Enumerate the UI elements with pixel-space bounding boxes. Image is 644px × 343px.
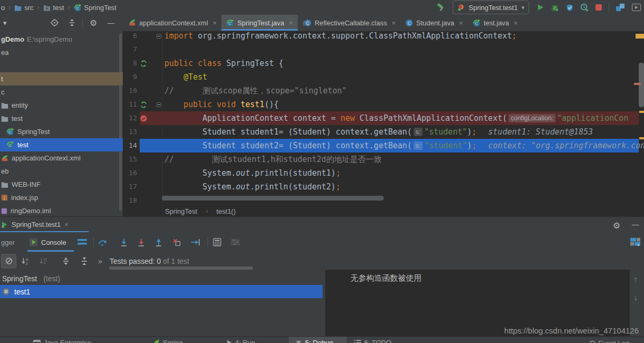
code-line[interactable]: // 测试scope属性，scope="singleton" xyxy=(164,84,347,98)
tree-item[interactable]: eb xyxy=(0,165,123,178)
code-line[interactable]: ApplicationContext context = new ClassPa… xyxy=(164,111,628,125)
coverage-button[interactable] xyxy=(566,4,573,12)
run-gutter-icon[interactable] xyxy=(140,101,147,108)
editor-vscrollbar[interactable] xyxy=(639,63,644,107)
test-tree-item[interactable]: test1 xyxy=(0,285,323,298)
tree-item[interactable]: applicationContext.xml xyxy=(0,151,123,165)
close-icon[interactable]: × xyxy=(392,19,396,27)
code-token: // 测试student1,h和student2d的地址是否一致 xyxy=(164,155,382,165)
close-icon[interactable]: × xyxy=(64,221,69,228)
editor-tab[interactable]: CStudent.java× xyxy=(401,15,468,31)
collapse-all-icon[interactable] xyxy=(69,19,75,26)
stripe-mark-yellow[interactable] xyxy=(636,34,644,39)
tab-debugger[interactable]: gger xyxy=(1,239,15,246)
tree-item[interactable]: test xyxy=(0,112,123,125)
editor-tab[interactable]: (CReflectiveCallable.class× xyxy=(298,15,401,31)
editor-tab[interactable]: Ctest.java× xyxy=(468,15,523,31)
stripe-mark-red[interactable] xyxy=(634,83,641,85)
code-editor[interactable]: SpringTest › test1() 6import org.springf… xyxy=(123,31,644,216)
editor-tab[interactable]: CSpringTest.java× xyxy=(221,15,297,31)
tree-item[interactable]: Ctest xyxy=(0,138,123,151)
arrow-down-icon[interactable]: ↓ xyxy=(633,293,638,302)
tree-item[interactable]: ea xyxy=(0,46,123,59)
ignore-disabled-icon[interactable] xyxy=(1,254,16,268)
test-tree-hscrollbar[interactable] xyxy=(109,266,253,270)
breadcrumb-item[interactable]: o xyxy=(1,4,5,12)
debug-button[interactable] xyxy=(551,4,559,12)
close-icon[interactable]: × xyxy=(459,19,463,27)
step-over-icon[interactable] xyxy=(98,239,108,246)
chevrons-icon[interactable]: » xyxy=(98,257,102,265)
close-icon[interactable]: × xyxy=(514,19,518,27)
expand-all-icon[interactable] xyxy=(62,257,70,265)
breadcrumb-method[interactable]: test1() xyxy=(216,207,236,215)
locate-target-icon[interactable] xyxy=(51,19,58,27)
collapse-all-icon[interactable] xyxy=(81,257,88,265)
breadcrumb-item[interactable]: test xyxy=(43,4,64,12)
close-icon[interactable]: × xyxy=(289,19,293,27)
step-into-icon[interactable] xyxy=(120,238,128,246)
test-tree-item[interactable]: SpringTest(test) xyxy=(0,272,323,285)
gear-icon[interactable]: ⚙ xyxy=(90,18,97,28)
tree-item[interactable]: t xyxy=(0,72,123,85)
settings-sliders-icon[interactable] xyxy=(231,239,240,246)
restore-layout-icon[interactable] xyxy=(630,238,640,247)
statusbar-item[interactable]: 4: Run xyxy=(227,339,255,343)
fold-marker-icon[interactable] xyxy=(157,34,161,39)
breadcrumb-item[interactable]: src xyxy=(14,4,33,12)
run-config-selector[interactable]: SpringTest.test1 ▾ xyxy=(453,1,529,14)
tab-console[interactable]: Console xyxy=(30,239,66,246)
step-out-icon[interactable] xyxy=(155,238,162,246)
breadcrumb-class[interactable]: SpringTest xyxy=(165,207,197,215)
tree-item[interactable]: c xyxy=(0,85,123,99)
chevron-down-icon[interactable]: ▾ xyxy=(3,19,7,27)
close-icon[interactable]: × xyxy=(213,19,217,27)
run-button[interactable] xyxy=(537,4,544,11)
gear-icon[interactable]: ⚙ xyxy=(613,221,620,231)
tree-item[interactable]: gDemoE:\springDemo xyxy=(0,33,123,46)
code-line[interactable]: public void test1(){ xyxy=(164,98,279,111)
tree-item[interactable]: entity xyxy=(0,99,123,112)
tree-item[interactable] xyxy=(0,59,123,72)
sort-alphabetically-icon[interactable]: az xyxy=(21,257,30,265)
code-line[interactable]: Student student2= (Student) context.getB… xyxy=(164,139,644,153)
drop-frame-icon[interactable] xyxy=(173,239,181,246)
evaluate-expression-icon[interactable] xyxy=(213,238,221,246)
editor-hscrollbar[interactable] xyxy=(162,196,384,201)
statusbar-item[interactable]: Java Enterprise xyxy=(33,339,91,343)
hide-panel-icon[interactable]: — xyxy=(108,19,114,27)
profiler-button[interactable] xyxy=(580,3,589,12)
layout-menu-icon[interactable] xyxy=(77,239,87,245)
breakpoint-icon[interactable] xyxy=(140,115,147,122)
code-line[interactable]: System.out.println(student1); xyxy=(164,166,340,180)
build-hammer-icon[interactable] xyxy=(437,3,446,12)
code-line[interactable]: import org.springframework.context.suppo… xyxy=(164,31,516,43)
code-line[interactable]: Student student1= (Student) context.getB… xyxy=(164,125,593,139)
code-line[interactable]: // 测试student1,h和student2d的地址是否一致 xyxy=(164,153,382,166)
tree-item[interactable]: ringDemo.iml xyxy=(0,204,123,216)
editor-tab[interactable]: applicationContext.xml× xyxy=(124,15,221,31)
run-to-cursor-icon[interactable] xyxy=(191,239,200,246)
stripe-mark-yellow[interactable] xyxy=(639,111,644,113)
statusbar-item[interactable]: 6: TODO xyxy=(354,339,392,343)
debug-tab-springtest-test1[interactable]: SpringTest.test1 × xyxy=(1,217,69,232)
tree-item[interactable]: WEB-INF xyxy=(0,178,123,191)
preview-window-icon[interactable] xyxy=(632,4,641,11)
hide-panel-icon[interactable]: — xyxy=(632,221,639,228)
run-gutter-icon[interactable] xyxy=(140,60,147,67)
breadcrumb-item[interactable]: CSpringTest xyxy=(74,4,116,12)
tree-item[interactable]: CSpringTest xyxy=(0,125,123,138)
code-line[interactable]: public class SpringTest { xyxy=(164,56,284,70)
fold-marker-icon[interactable] xyxy=(157,102,161,107)
event-log-button[interactable]: Event Log xyxy=(589,339,629,343)
sort-by-duration-icon[interactable] xyxy=(39,257,47,265)
project-structure-icon[interactable] xyxy=(616,4,625,12)
code-line[interactable]: System.out.println(student2); xyxy=(164,180,340,194)
arrow-up-icon[interactable]: ↑ xyxy=(633,275,638,284)
stop-button[interactable] xyxy=(596,4,602,11)
tree-item[interactable]: jindex.jsp xyxy=(0,191,123,204)
statusbar-item[interactable]: 5: Debug xyxy=(295,339,333,343)
force-step-into-icon[interactable] xyxy=(138,238,145,246)
code-line[interactable]: @Test xyxy=(164,70,207,84)
statusbar-item[interactable]: Spring xyxy=(153,339,183,343)
